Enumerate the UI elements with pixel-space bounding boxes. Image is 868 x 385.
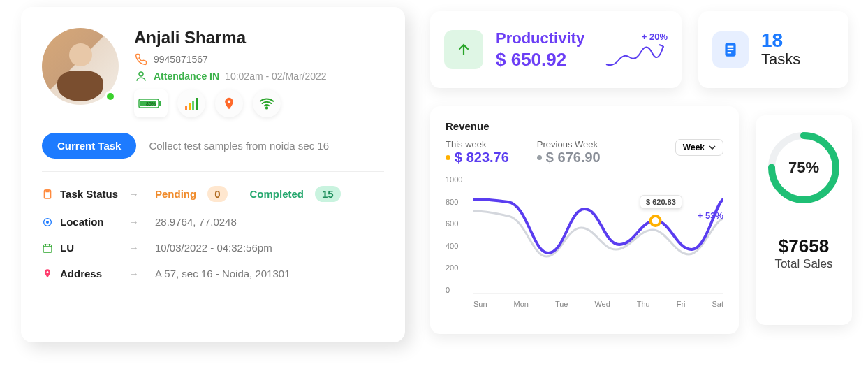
sales-amount: $7658: [774, 235, 832, 257]
svg-point-14: [47, 271, 49, 273]
attendance-row: Attendance IN 10:02am - 02/Mar/2022: [134, 70, 327, 82]
svg-rect-13: [43, 245, 52, 252]
svg-rect-18: [728, 52, 731, 53]
location-row: Location → 28.9764, 77.0248: [42, 216, 384, 228]
current-task-text: Collect test samples from noida sec 16: [149, 140, 329, 152]
location-label: Location: [42, 216, 119, 228]
arrow-icon: →: [128, 216, 145, 228]
dot-icon: [446, 155, 450, 160]
trend-arrow-icon: [605, 43, 668, 68]
arrow-icon: →: [128, 242, 145, 254]
svg-rect-6: [192, 101, 194, 110]
svg-rect-17: [728, 49, 734, 50]
revenue-change: + 53%: [698, 210, 723, 221]
chevron-down-icon: [709, 144, 716, 151]
signal-icon: [177, 89, 205, 117]
revenue-legend: This week $ 823.76 Previous Week $ 676.9…: [446, 139, 601, 166]
attendance-label: Attendance IN: [154, 71, 219, 82]
sales-text: $7658 Total Sales: [774, 221, 832, 271]
presence-indicator: [105, 91, 116, 102]
current-task-row: Current Task Collect test samples from n…: [42, 133, 384, 172]
plot-area: $ 620.83: [473, 175, 723, 294]
phone-icon: [134, 53, 148, 66]
prev-week-value: $ 676.90: [546, 150, 601, 166]
productivity-text: Productivity $ 650.92: [496, 29, 584, 71]
phone-row: 9945871567: [134, 53, 327, 66]
attendance-time: 10:02am - 02/Mar/2022: [225, 71, 327, 82]
tasks-label: Tasks: [761, 50, 800, 68]
x-axis-labels: Sun Mon Tue Wed Thu Fri Sat: [473, 300, 723, 308]
location-value: 28.9764, 77.0248: [155, 216, 237, 228]
svg-point-8: [228, 100, 230, 103]
dot-icon: [537, 155, 542, 160]
svg-rect-5: [189, 103, 191, 110]
address-label: Address: [42, 268, 119, 279]
arrow-icon: →: [128, 188, 145, 200]
battery-icon: 85%: [134, 89, 168, 117]
clipboard-icon: [42, 189, 53, 200]
sales-pct: 75%: [767, 131, 841, 205]
tasks-count: 18: [761, 31, 800, 50]
svg-rect-10: [44, 190, 50, 198]
status-chips: 85%: [134, 89, 327, 117]
pin-icon: [42, 268, 53, 279]
profile-info: Anjali Sharma 9945871567 Attendance IN 1…: [134, 28, 327, 117]
tasks-card: 18 Tasks: [698, 11, 848, 88]
tasks-text: 18 Tasks: [761, 31, 800, 68]
lu-value: 10/03/2022 - 04:32:56pm: [155, 242, 272, 254]
task-status-label: Task Status: [42, 188, 119, 200]
arrow-up-icon: [444, 30, 483, 69]
revenue-card: Revenue This week $ 823.76 Previous Week…: [430, 106, 739, 334]
productivity-change: + 20%: [642, 31, 668, 42]
sales-label: Total Sales: [774, 257, 832, 271]
svg-point-20: [651, 216, 661, 226]
prev-week-block: Previous Week $ 676.90: [537, 139, 601, 166]
address-value: A 57, sec 16 - Noida, 201301: [155, 268, 290, 279]
svg-point-12: [47, 221, 49, 223]
wifi-icon: [253, 89, 281, 117]
lu-label: LU: [42, 242, 119, 254]
chart-tooltip: $ 620.83: [640, 195, 682, 209]
address-row: Address → A 57, sec 16 - Noida, 201301: [42, 268, 384, 279]
profile-card: Anjali Sharma 9945871567 Attendance IN 1…: [21, 7, 405, 342]
arrow-icon: →: [128, 268, 145, 279]
this-week-label: This week: [446, 139, 509, 150]
calendar-icon: [42, 242, 53, 254]
svg-rect-7: [196, 98, 198, 110]
profile-name: Anjali Sharma: [134, 28, 327, 48]
profile-header: Anjali Sharma 9945871567 Attendance IN 1…: [42, 28, 384, 117]
person-icon: [134, 70, 148, 82]
y-axis-labels: 1000 800 600 400 200 0: [446, 175, 471, 294]
period-selector[interactable]: Week: [675, 139, 723, 156]
completed-label: Completed: [250, 188, 304, 200]
svg-rect-3: [159, 101, 161, 106]
task-status-row: Task Status → Pending 0 Completed 15: [42, 186, 384, 202]
pending-count: 0: [207, 186, 227, 202]
svg-point-9: [266, 107, 267, 108]
crosshair-icon: [42, 217, 53, 228]
revenue-title: Revenue: [446, 120, 723, 132]
completed-count: 15: [315, 186, 341, 202]
productivity-card: Productivity $ 650.92 + 20%: [430, 11, 682, 88]
trend-wrap: + 20%: [605, 31, 668, 68]
phone-number: 9945871567: [154, 54, 208, 65]
pending-label: Pending: [155, 188, 196, 200]
productivity-title: Productivity: [496, 29, 584, 48]
revenue-chart: 1000 800 600 400 200 0 $ 620.83 + 53% Su…: [446, 175, 723, 308]
document-icon: [712, 31, 749, 68]
battery-pct: 85%: [146, 101, 156, 106]
productivity-amount: $ 650.92: [496, 49, 584, 71]
svg-rect-4: [185, 106, 187, 110]
prev-week-label: Previous Week: [537, 139, 601, 150]
svg-rect-16: [728, 46, 734, 48]
lu-row: LU → 10/03/2022 - 04:32:56pm: [42, 242, 384, 254]
sales-progress-ring: 75%: [767, 131, 841, 205]
current-task-button[interactable]: Current Task: [42, 133, 136, 159]
revenue-header: This week $ 823.76 Previous Week $ 676.9…: [446, 139, 723, 166]
svg-point-0: [139, 72, 143, 76]
this-week-value: $ 823.76: [455, 150, 509, 166]
avatar-wrap: [42, 28, 119, 105]
sales-card: 75% $7658 Total Sales: [756, 115, 852, 325]
this-week-block: This week $ 823.76: [446, 139, 509, 166]
location-pin-icon: [215, 89, 243, 117]
